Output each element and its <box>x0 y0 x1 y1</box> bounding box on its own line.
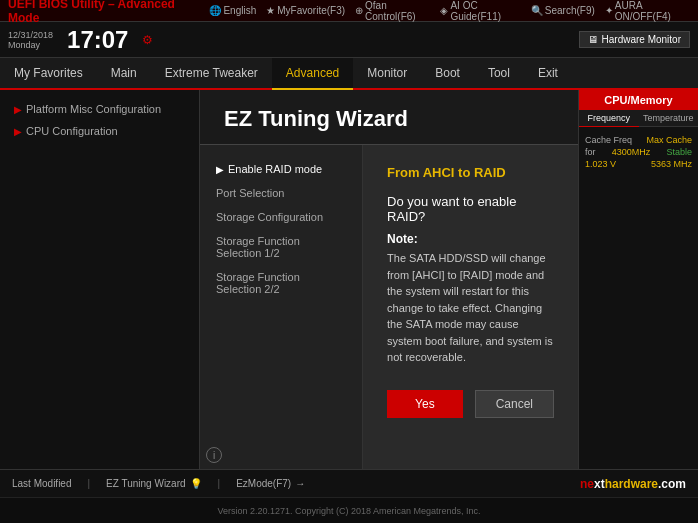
ez-item-enable-raid[interactable]: ▶ Enable RAID mode <box>200 157 362 181</box>
nav-extreme-tweaker[interactable]: Extreme Tweaker <box>151 58 272 88</box>
ez-item-storage-config[interactable]: Storage Configuration <box>200 205 362 229</box>
qfan-icon[interactable]: ⊕ Qfan Control(F6) <box>355 0 430 22</box>
ez-buttons: Yes Cancel <box>387 390 554 418</box>
arrow-icon: ▶ <box>14 126 22 137</box>
right-panel-tabs: Frequency Temperature <box>579 110 698 127</box>
nav-advanced[interactable]: Advanced <box>272 58 353 90</box>
bottom-bar: Last Modified | EZ Tuning Wizard 💡 | EzM… <box>0 469 698 497</box>
ez-right-panel: From AHCI to RAID Do you want to enable … <box>363 145 578 469</box>
date-line2: Monday <box>8 40 53 50</box>
ez-note-label: Note: <box>387 232 554 246</box>
info-icon[interactable]: i <box>206 447 222 463</box>
date-display: 12/31/2018 Monday <box>8 30 53 50</box>
cache-freq-values-row: for 4300MHz Stable <box>585 147 692 157</box>
ez-item-storage-func-2[interactable]: Storage Function Selection 2/2 <box>200 265 362 301</box>
sidebar: ▶ Platform Misc Configuration ▶ CPU Conf… <box>0 90 200 469</box>
english-label: English <box>223 5 256 16</box>
nav-main[interactable]: Main <box>97 58 151 88</box>
search-glyph: 🔍 <box>531 5 543 16</box>
nav-monitor-label: Monitor <box>367 66 407 80</box>
logo-text: nexthardware.com <box>580 477 686 491</box>
cancel-button[interactable]: Cancel <box>475 390 554 418</box>
ez-left-panel: ▶ Enable RAID mode Port Selection Storag… <box>200 145 363 469</box>
nav-tool[interactable]: Tool <box>474 58 524 88</box>
stable-label: Stable <box>666 147 692 157</box>
ez-item-storage-func-1[interactable]: Storage Function Selection 1/2 <box>200 229 362 265</box>
search-icon[interactable]: 🔍 Search(F9) <box>531 5 595 16</box>
version-text: Version 2.20.1271. Copyright (C) 2018 Am… <box>217 506 480 516</box>
separator-1: | <box>87 478 90 489</box>
max-cache-label: Max Cache <box>646 135 692 145</box>
nav-extreme-tweaker-label: Extreme Tweaker <box>165 66 258 80</box>
cache-freq-label-for: for <box>585 147 596 157</box>
ez-tuning-item[interactable]: EZ Tuning Wizard 💡 <box>106 478 201 489</box>
content-area: ▶ Platform Misc Configuration ▶ CPU Conf… <box>0 90 698 469</box>
logo-area: nexthardware.com <box>580 477 686 491</box>
right-panel: CPU/Memory Frequency Temperature Cache F… <box>578 90 698 469</box>
hw-monitor-label: Hardware Monitor <box>602 34 681 45</box>
right-panel-content: Cache Freq Max Cache for 4300MHz Stable … <box>579 127 698 177</box>
nav-my-favorites-label: My Favorites <box>14 66 83 80</box>
bios-title: UEFI BIOS Utility – Advanced Mode <box>8 0 197 25</box>
time-bar: 12/31/2018 Monday 17:07 ⚙ 🖥 Hardware Mon… <box>0 22 698 58</box>
nav-exit[interactable]: Exit <box>524 58 572 88</box>
voltage-cache-row: 1.023 V 5363 MHz <box>585 159 692 169</box>
tab-frequency[interactable]: Frequency <box>579 110 639 127</box>
arrow-right-icon: → <box>295 478 305 489</box>
ez-from-label: From AHCI to RAID <box>387 165 554 180</box>
sidebar-cpu-config-label: CPU Configuration <box>26 125 118 137</box>
cache-freq-row: Cache Freq Max Cache <box>585 135 692 145</box>
nav-my-favorites[interactable]: My Favorites <box>0 58 97 88</box>
globe-icon: 🌐 <box>209 5 221 16</box>
ez-storage-config-label: Storage Configuration <box>216 211 323 223</box>
ez-body: ▶ Enable RAID mode Port Selection Storag… <box>200 145 578 469</box>
clock-display: 17:07 <box>67 26 128 54</box>
myfavorite-label: MyFavorite(F3) <box>277 5 345 16</box>
myfavorite-icon[interactable]: ★ MyFavorite(F3) <box>266 5 345 16</box>
sidebar-item-cpu-config[interactable]: ▶ CPU Configuration <box>0 120 199 142</box>
aura-glyph: ✦ <box>605 5 613 16</box>
cache-freq-value: 4300MHz <box>612 147 651 157</box>
settings-icon[interactable]: ⚙ <box>142 33 153 47</box>
cache-freq-label: Cache Freq <box>585 135 632 145</box>
ez-tuning-label: EZ Tuning Wizard <box>106 478 185 489</box>
fan-icon: ⊕ <box>355 5 363 16</box>
nav-bar: My Favorites Main Extreme Tweaker Advanc… <box>0 58 698 90</box>
ez-item-port-selection[interactable]: Port Selection <box>200 181 362 205</box>
english-icon[interactable]: 🌐 English <box>209 5 256 16</box>
ez-storage-func-2-label: Storage Function Selection 2/2 <box>216 271 346 295</box>
aura-label: AURA ON/OFF(F4) <box>615 0 690 22</box>
nav-main-label: Main <box>111 66 137 80</box>
max-cache-value: 5363 MHz <box>651 159 692 169</box>
ez-mode-item[interactable]: EzMode(F7) → <box>236 478 305 489</box>
last-modified-item[interactable]: Last Modified <box>12 478 71 489</box>
nav-boot[interactable]: Boot <box>421 58 474 88</box>
aioc-icon[interactable]: ◈ AI OC Guide(F11) <box>440 0 520 22</box>
hw-monitor-button[interactable]: 🖥 Hardware Monitor <box>579 31 690 48</box>
right-panel-title: CPU/Memory <box>579 90 698 110</box>
nav-exit-label: Exit <box>538 66 558 80</box>
tab-temperature[interactable]: Temperature <box>639 110 699 127</box>
ez-tuning-wizard-title: EZ Tuning Wizard <box>200 90 578 145</box>
top-bar: UEFI BIOS Utility – Advanced Mode 🌐 Engl… <box>0 0 698 22</box>
yes-button[interactable]: Yes <box>387 390 463 418</box>
search-label: Search(F9) <box>545 5 595 16</box>
ez-question-text: Do you want to enable RAID? <box>387 194 554 224</box>
sidebar-item-platform-misc[interactable]: ▶ Platform Misc Configuration <box>0 98 199 120</box>
ez-enable-raid-label: Enable RAID mode <box>228 163 322 175</box>
nav-advanced-label: Advanced <box>286 66 339 80</box>
ez-storage-func-1-label: Storage Function Selection 1/2 <box>216 235 346 259</box>
aioc-label: AI OC Guide(F11) <box>450 0 520 22</box>
ez-note-text: The SATA HDD/SSD will change from [AHCI]… <box>387 250 554 366</box>
version-bar: Version 2.20.1271. Copyright (C) 2018 Am… <box>0 497 698 523</box>
nav-monitor[interactable]: Monitor <box>353 58 421 88</box>
monitor-icon: 🖥 <box>588 34 598 45</box>
sidebar-platform-misc-label: Platform Misc Configuration <box>26 103 161 115</box>
aura-icon[interactable]: ✦ AURA ON/OFF(F4) <box>605 0 690 22</box>
qfan-label: Qfan Control(F6) <box>365 0 430 22</box>
arrow-icon: ▶ <box>14 104 22 115</box>
main-content: EZ Tuning Wizard ▶ Enable RAID mode Port… <box>200 90 578 469</box>
top-bar-icons: 🌐 English ★ MyFavorite(F3) ⊕ Qfan Contro… <box>209 0 690 22</box>
light-bulb-icon: 💡 <box>190 478 202 489</box>
date-line1: 12/31/2018 <box>8 30 53 40</box>
